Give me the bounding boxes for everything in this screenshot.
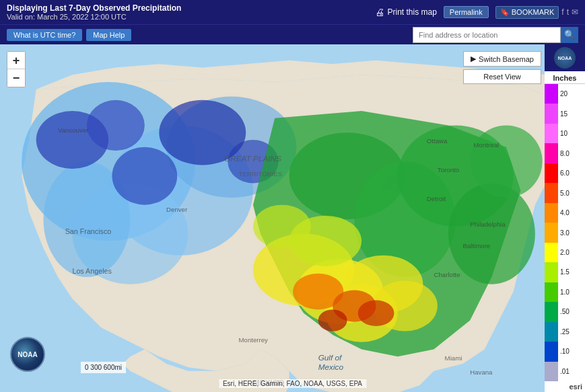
noaa-label: NOAA — [18, 351, 37, 358]
svg-point-26 — [470, 125, 542, 197]
noaa-logo: NOAA — [10, 337, 45, 372]
legend-color-swatch — [545, 282, 558, 302]
legend-row: 10 — [545, 124, 585, 143]
zoom-out-button[interactable]: − — [7, 69, 25, 87]
legend-row: 3.0 — [545, 223, 585, 242]
legend-value-label: 10 — [558, 130, 567, 137]
map-help-button[interactable]: Map Help — [86, 29, 131, 41]
legend-unit: Inches — [545, 71, 585, 84]
utc-time-button[interactable]: What is UTC time? — [7, 29, 82, 41]
legend-row: 4.0 — [545, 203, 585, 223]
svg-point-37 — [318, 309, 347, 331]
legend-row: .50 — [545, 302, 585, 321]
svg-text:Montreal: Montreal — [474, 141, 500, 149]
legend-row: 5.0 — [545, 183, 585, 202]
legend-color-swatch — [545, 143, 558, 163]
legend-color-swatch — [545, 322, 558, 342]
zoom-in-button[interactable]: + — [7, 52, 25, 69]
legend-color-swatch — [545, 84, 558, 104]
legend-value-label: .10 — [558, 348, 570, 355]
legend-color-swatch — [545, 124, 558, 143]
svg-text:Gulf of: Gulf of — [318, 353, 343, 362]
printer-icon: 🖨 — [375, 7, 384, 17]
legend: NOAA Inches 2015108.06.05.04.03.02.01.51… — [545, 44, 585, 392]
legend-value-label: 1.0 — [558, 288, 570, 296]
scale-bar: 0 300 600mi — [81, 362, 126, 373]
legend-value-label: 1.5 — [558, 268, 570, 276]
facebook-icon[interactable]: f — [561, 7, 563, 17]
svg-text:Philadelphia: Philadelphia — [470, 221, 506, 228]
search-input[interactable] — [413, 27, 561, 43]
legend-color-swatch — [545, 362, 558, 381]
legend-value-label: 4.0 — [558, 209, 570, 217]
legend-row: 20 — [545, 84, 585, 104]
legend-color-swatch — [545, 163, 558, 183]
print-button[interactable]: 🖨 Print this map — [375, 7, 436, 17]
map-attribution: Esri, HERE, Garmin, FAO, NOAA, USGS, EPA — [219, 379, 366, 388]
svg-text:Miami: Miami — [445, 354, 462, 362]
legend-color-swatch — [545, 203, 558, 223]
legend-row: 2.0 — [545, 243, 585, 262]
svg-text:Los Angeles: Los Angeles — [72, 267, 112, 275]
bookmark-area: 🔖 BOOKMARK f t ✉ — [495, 6, 578, 19]
legend-value-label: 3.0 — [558, 229, 570, 237]
legend-noaa-logo-area: NOAA — [545, 44, 585, 71]
legend-row: 1.0 — [545, 282, 585, 302]
svg-point-36 — [358, 300, 394, 326]
map-overlay-buttons: ▶ Switch Basemap Reset View — [463, 51, 541, 84]
legend-row: 15 — [545, 104, 585, 123]
svg-point-33 — [253, 205, 311, 248]
header: Displaying Last 7-Day Observed Precipita… — [0, 0, 585, 24]
map-area: GREAT PLAINS TERRITORIES Gulf of Mexico … — [0, 44, 585, 392]
svg-text:Ottawa: Ottawa — [427, 137, 448, 145]
bookmark-icon: 🔖 — [500, 8, 510, 17]
svg-text:TERRITORIES: TERRITORIES — [238, 170, 282, 178]
legend-value-label: 8.0 — [558, 150, 570, 157]
switch-basemap-button[interactable]: ▶ Switch Basemap — [463, 51, 541, 67]
email-icon[interactable]: ✉ — [572, 7, 578, 17]
svg-text:Baltimore: Baltimore — [462, 242, 490, 249]
legend-value-label: .50 — [558, 308, 570, 315]
legend-row: 8.0 — [545, 143, 585, 163]
svg-text:GREAT PLAINS: GREAT PLAINS — [224, 154, 281, 163]
toolbar-left: What is UTC time? Map Help — [7, 29, 131, 41]
legend-row: .01 — [545, 362, 585, 381]
search-button[interactable]: 🔍 — [561, 27, 578, 43]
permalink-button[interactable]: Permalink — [444, 6, 489, 18]
toolbar: What is UTC time? Map Help 🔍 — [0, 24, 585, 44]
legend-value-label: .01 — [558, 368, 570, 375]
legend-row: .10 — [545, 342, 585, 361]
header-actions: 🖨 Print this map Permalink 🔖 BOOKMARK f … — [375, 6, 578, 19]
search-icon: 🔍 — [564, 30, 575, 40]
twitter-icon[interactable]: t — [567, 7, 569, 17]
legend-color-swatch — [545, 104, 558, 123]
svg-text:Detroit: Detroit — [427, 195, 446, 202]
svg-text:Denver: Denver — [166, 206, 188, 213]
map-icon: ▶ — [471, 54, 476, 63]
noaa-circle-logo: NOAA — [554, 47, 576, 69]
svg-text:Charlotte: Charlotte — [434, 271, 460, 278]
valid-date: Valid on: March 25, 2022 12:00 UTC — [7, 13, 181, 21]
print-label: Print this map — [387, 7, 436, 17]
legend-value-label: 2.0 — [558, 249, 570, 256]
reset-view-button[interactable]: Reset View — [463, 69, 541, 84]
svg-point-19 — [112, 147, 177, 205]
svg-text:Havana: Havana — [470, 368, 493, 376]
header-info: Displaying Last 7-Day Observed Precipita… — [7, 3, 181, 21]
legend-row: 6.0 — [545, 163, 585, 183]
svg-point-25 — [448, 183, 535, 284]
svg-text:Vancouver: Vancouver — [58, 126, 89, 134]
legend-color-swatch — [545, 302, 558, 321]
svg-text:Mexico: Mexico — [318, 362, 344, 372]
search-area: 🔍 — [413, 27, 578, 43]
legend-value-label: 15 — [558, 110, 567, 118]
bookmark-button[interactable]: 🔖 BOOKMARK — [495, 6, 559, 19]
legend-color-swatch — [545, 183, 558, 202]
legend-color-swatch — [545, 342, 558, 361]
legend-color-swatch — [545, 243, 558, 262]
svg-text:Toronto: Toronto — [438, 166, 459, 173]
legend-value-label: 5.0 — [558, 190, 570, 197]
legend-row: .25 — [545, 322, 585, 342]
legend-row: 1.5 — [545, 262, 585, 282]
scale-label: 0 300 600mi — [85, 364, 122, 371]
